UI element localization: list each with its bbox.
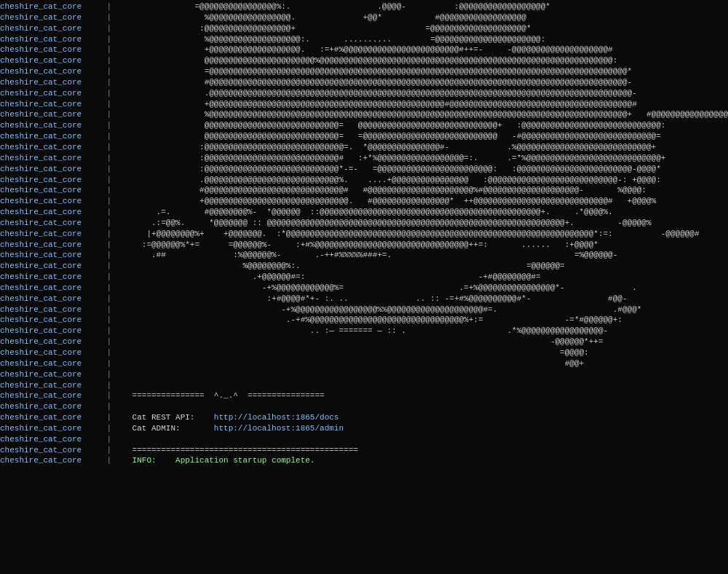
terminal-line: cheshire_cat_core | :=@@@@@@%*+= =@@@@@@… bbox=[0, 240, 728, 251]
terminal-line: cheshire_cat_core | -+%@@@@@@@@@@@@%= .=… bbox=[0, 283, 728, 294]
line-prefix: cheshire_cat_core bbox=[0, 1, 100, 12]
line-content: .. :— ======= — :: . .*%@@@@@@@@@@@@@@@@… bbox=[118, 326, 608, 337]
line-prefix: cheshire_cat_core bbox=[0, 294, 100, 304]
line-content: =============== ^._.^ ================ bbox=[118, 390, 325, 401]
line-prefix: cheshire_cat_core bbox=[0, 207, 100, 218]
line-prefix: cheshire_cat_core bbox=[0, 390, 100, 401]
line-content: #@@+ bbox=[118, 358, 584, 369]
line-prefix: cheshire_cat_core bbox=[0, 412, 100, 423]
line-content: =@@@@: bbox=[118, 347, 589, 358]
line-separator: | bbox=[102, 77, 116, 88]
line-content: .-+#%@@@@@@@@@@@@@@@@@@@@@@@@@@@@@@@@%+:… bbox=[118, 315, 622, 326]
line-prefix: cheshire_cat_core bbox=[0, 369, 100, 380]
line-prefix: cheshire_cat_core bbox=[0, 380, 100, 391]
line-separator: | bbox=[102, 455, 116, 466]
terminal-line: cheshire_cat_core | :@@@@@@@@@@@@@@@@@@@… bbox=[0, 164, 728, 175]
terminal-window: cheshire_cat_core | =@@@@@@@@@@@@@@@@%:.… bbox=[0, 0, 728, 574]
line-prefix: cheshire_cat_core bbox=[0, 66, 100, 77]
line-content: Cat ADMIN: http://localhost:1865/admin bbox=[118, 423, 344, 434]
line-separator: | bbox=[102, 412, 116, 423]
terminal-line: cheshire_cat_core | .@@@@@@@@@@@@@@@@@@@… bbox=[0, 88, 728, 99]
line-prefix: cheshire_cat_core bbox=[0, 175, 100, 186]
line-content: :=@@@@@@%*+= =@@@@@@%- :+#%@@@@@@@@@@@@@… bbox=[118, 240, 598, 251]
terminal-line: cheshire_cat_core | bbox=[0, 369, 728, 380]
terminal-line: cheshire_cat_core | #@@@@@@@@@@@@@@@@@@@… bbox=[0, 185, 728, 196]
url-link[interactable]: http://localhost:1865/docs bbox=[214, 413, 339, 422]
line-separator: | bbox=[102, 423, 116, 434]
line-prefix: cheshire_cat_core bbox=[0, 23, 100, 34]
line-prefix: cheshire_cat_core bbox=[0, 423, 100, 434]
terminal-line: cheshire_cat_core | bbox=[0, 380, 728, 391]
line-content: .=. #@@@@@@@@%- *@@@@@@ ::@@@@@@@@@@@@@@… bbox=[118, 207, 613, 218]
terminal-line: cheshire_cat_core | -+%@@@@@@@@@@@@@@@@@… bbox=[0, 304, 728, 315]
terminal-line: cheshire_cat_core | #@@+ bbox=[0, 358, 728, 369]
line-separator: | bbox=[102, 229, 116, 240]
line-content: @@@@@@@@@@@@@@@@@@@@@@@@@@@@= =@@@@@@@@@… bbox=[118, 131, 661, 142]
line-prefix: cheshire_cat_core bbox=[0, 272, 100, 283]
terminal-line: cheshire_cat_core | %@@@@@@@@@@@@@@@@@. … bbox=[0, 12, 728, 23]
line-prefix: cheshire_cat_core bbox=[0, 34, 100, 45]
line-content: :@@@@@@@@@@@@@@@@@@@@@@@@@@@@@=. *@@@@@@… bbox=[118, 142, 656, 153]
terminal-line: cheshire_cat_core | bbox=[0, 434, 728, 445]
line-content: #@@@@@@@@@@@@@@@@@@@@@@@@@@@@@@@@@@@@@@@… bbox=[118, 77, 632, 88]
line-content: -+%@@@@@@@@@@@@%= .=+%@@@@@@@@@@@@@@@@*-… bbox=[118, 283, 637, 294]
line-separator: | bbox=[102, 196, 116, 207]
line-content: @@@@@@@@@@@@@@@@@@@@@@@@@@@@= @@@@@@@@@@… bbox=[118, 120, 666, 131]
line-separator: | bbox=[102, 185, 116, 196]
line-content: +@@@@@@@@@@@@@@@@@@@@@@@@@@@@@@. #@@@@@@… bbox=[118, 196, 656, 207]
line-content: |+@@@@@@@@%+ +@@@@@@@. :*@@@@@@@@@@@@@@@… bbox=[118, 229, 700, 240]
line-prefix: cheshire_cat_core bbox=[0, 12, 100, 23]
line-prefix: cheshire_cat_core bbox=[0, 153, 100, 164]
line-content: :@@@@@@@@@@@@@@@@@@@@@@@@@@@@*-=- =@@@@@… bbox=[118, 164, 661, 175]
line-content: .:=@@%. *@@@@@@@ :: @@@@@@@@@@@@@@@@@@@@… bbox=[118, 218, 652, 229]
terminal-line: cheshire_cat_core | #@@@@@@@@@@@@@@@@@@@… bbox=[0, 77, 728, 88]
terminal-line: cheshire_cat_core | :@@@@@@@@@@@@@@@@@@@… bbox=[0, 153, 728, 164]
line-prefix: cheshire_cat_core bbox=[0, 445, 100, 456]
terminal-line: cheshire_cat_core | INFO: Application st… bbox=[0, 455, 728, 466]
line-separator: | bbox=[102, 142, 116, 153]
line-separator: | bbox=[102, 445, 116, 456]
line-separator: | bbox=[102, 347, 116, 358]
terminal-line: cheshire_cat_core | Cat ADMIN: http://lo… bbox=[0, 423, 728, 434]
line-content: -+%@@@@@@@@@@@@@@@@@%%@@@@@@@@@@@@@@@@@@… bbox=[118, 304, 642, 315]
line-separator: | bbox=[102, 23, 116, 34]
line-separator: | bbox=[102, 131, 116, 142]
line-separator: | bbox=[102, 99, 116, 110]
terminal-line: cheshire_cat_core | %@@@@@@@@@@@@@@@@@@@… bbox=[0, 109, 728, 120]
line-prefix: cheshire_cat_core bbox=[0, 455, 100, 466]
line-content: %@@@@@@@@@@@@@@@@@@@@@@@@@@@@@@@@@@@@@@@… bbox=[118, 109, 728, 120]
terminal-line: cheshire_cat_core | %@@@@@@@@%:. =@@@@@@… bbox=[0, 261, 728, 272]
line-prefix: cheshire_cat_core bbox=[0, 164, 100, 175]
line-prefix: cheshire_cat_core bbox=[0, 88, 100, 99]
line-separator: | bbox=[102, 261, 116, 272]
line-prefix: cheshire_cat_core bbox=[0, 120, 100, 131]
line-separator: | bbox=[102, 175, 116, 186]
terminal-line: cheshire_cat_core | Cat REST API: http:/… bbox=[0, 412, 728, 423]
line-prefix: cheshire_cat_core bbox=[0, 315, 100, 326]
line-prefix: cheshire_cat_core bbox=[0, 261, 100, 272]
line-content: INFO: Application startup complete. bbox=[118, 455, 315, 466]
terminal-line: cheshire_cat_core | @@@@@@@@@@@@@@@@@@@@… bbox=[0, 55, 728, 66]
line-separator: | bbox=[102, 304, 116, 315]
line-separator: | bbox=[102, 12, 116, 23]
line-prefix: cheshire_cat_core bbox=[0, 326, 100, 337]
line-prefix: cheshire_cat_core bbox=[0, 44, 100, 55]
line-separator: | bbox=[102, 66, 116, 77]
line-separator: | bbox=[102, 337, 116, 347]
terminal-line: cheshire_cat_core | .## :%@@@@@@%- .-++#… bbox=[0, 250, 728, 261]
line-content: Cat REST API: http://localhost:1865/docs bbox=[118, 412, 339, 423]
line-content: #@@@@@@@@@@@@@@@@@@@@@@@@@@@@@# #@@@@@@@… bbox=[118, 185, 646, 196]
terminal-line: cheshire_cat_core | .-+#%@@@@@@@@@@@@@@@… bbox=[0, 315, 728, 326]
line-prefix: cheshire_cat_core bbox=[0, 358, 100, 369]
line-prefix: cheshire_cat_core bbox=[0, 185, 100, 196]
line-separator: | bbox=[102, 207, 116, 218]
line-separator: | bbox=[102, 34, 116, 45]
line-separator: | bbox=[102, 369, 116, 380]
line-content: .@@@@@@@@@@@@@@@@@@@@@@@@@@@@%. ....+@@@… bbox=[118, 175, 661, 186]
line-prefix: cheshire_cat_core bbox=[0, 77, 100, 88]
line-content: .## :%@@@@@@%- .-++#%%%%%###+=. =%@@@@@@… bbox=[118, 250, 618, 261]
line-separator: | bbox=[102, 44, 116, 55]
line-prefix: cheshire_cat_core bbox=[0, 250, 100, 261]
terminal-line: cheshire_cat_core | =============== ^._.… bbox=[0, 390, 728, 401]
url-link[interactable]: http://localhost:1865/admin bbox=[214, 424, 344, 433]
